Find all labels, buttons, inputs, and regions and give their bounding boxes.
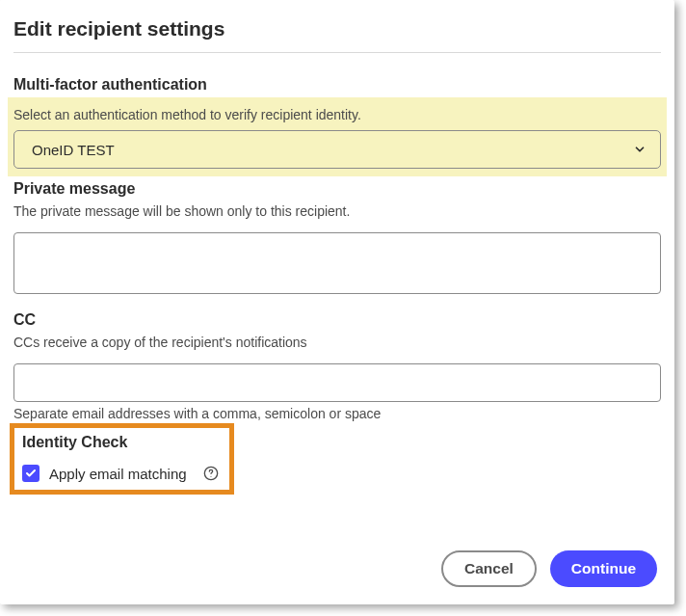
- identity-check-highlight-frame: Identity Check Apply email matching: [10, 423, 234, 495]
- private-message-helper: The private message will be shown only t…: [13, 203, 661, 219]
- cc-label: CC: [13, 311, 661, 329]
- apply-email-matching-label: Apply email matching: [49, 466, 187, 482]
- mfa-highlight: Select an authentication method to verif…: [8, 97, 667, 176]
- private-message-label: Private message: [13, 180, 661, 198]
- apply-email-matching-checkbox[interactable]: [22, 465, 40, 482]
- mfa-section: Multi-factor authentication Select an au…: [13, 76, 661, 176]
- apply-email-matching-row: Apply email matching: [22, 465, 220, 482]
- svg-point-1: [210, 476, 211, 477]
- private-message-input[interactable]: [13, 232, 661, 294]
- identity-check-label: Identity Check: [22, 434, 220, 451]
- chevron-down-icon: [633, 143, 646, 156]
- mfa-method-dropdown[interactable]: OneID TEST: [13, 130, 661, 169]
- cc-caption: Separate email addresses with a comma, s…: [13, 406, 661, 421]
- private-message-section: Private message The private message will…: [13, 180, 661, 298]
- divider: [13, 52, 661, 53]
- mfa-selected-value: OneID TEST: [32, 142, 115, 158]
- dialog-footer: Cancel Continue: [441, 550, 657, 587]
- help-icon[interactable]: [202, 465, 220, 482]
- cc-section: CC CCs receive a copy of the recipient's…: [13, 311, 661, 421]
- mfa-label: Multi-factor authentication: [13, 76, 661, 94]
- dialog-title: Edit recipient settings: [13, 17, 661, 40]
- mfa-helper-text: Select an authentication method to verif…: [13, 107, 661, 122]
- cc-input[interactable]: [13, 363, 661, 402]
- cancel-button[interactable]: Cancel: [441, 550, 537, 587]
- cc-helper: CCs receive a copy of the recipient's no…: [13, 335, 661, 350]
- continue-button[interactable]: Continue: [550, 550, 657, 587]
- edit-recipient-dialog: Edit recipient settings Multi-factor aut…: [0, 0, 674, 604]
